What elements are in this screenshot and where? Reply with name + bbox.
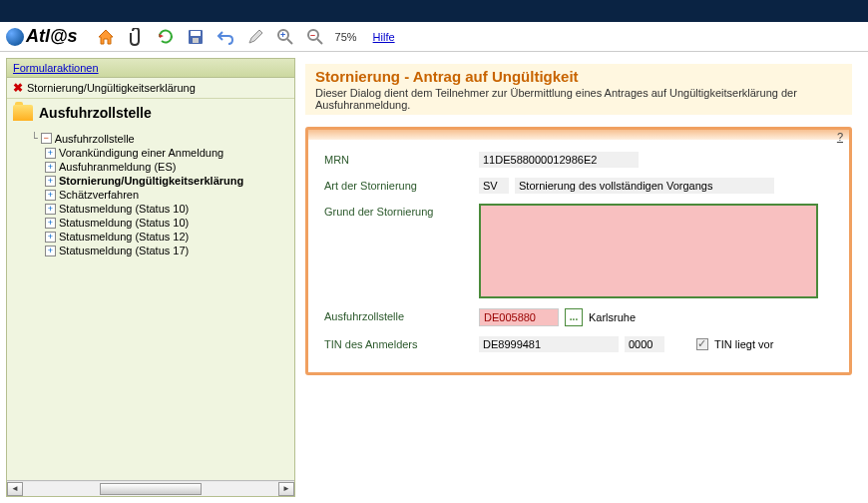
mrn-row: MRN 11DE588000012986E2: [324, 152, 833, 168]
zollstelle-label: Ausfuhrzollstelle: [324, 308, 479, 322]
page-title: Stornierung - Antrag auf Ungültigkeit: [315, 68, 842, 85]
scroll-right-icon[interactable]: ►: [278, 482, 294, 496]
tin-sub: 0000: [625, 336, 664, 352]
svg-line-7: [317, 39, 322, 44]
globe-icon: [6, 28, 24, 46]
expand-icon[interactable]: +: [45, 204, 56, 215]
horizontal-scrollbar[interactable]: ◄ ►: [7, 480, 294, 496]
svg-text:–: –: [310, 30, 315, 40]
zollstelle-name: Karlsruhe: [589, 311, 636, 323]
tree-item[interactable]: +Statusmeldung (Status 17): [17, 244, 290, 257]
tree-item-label: Statusmeldung (Status 10): [59, 217, 189, 229]
main-area: Formularaktionen ✖ Stornierung/Ungültigk…: [0, 52, 868, 503]
expand-icon[interactable]: +: [45, 218, 56, 229]
art-text: Stornierung des vollständigen Vorgangs: [515, 178, 774, 194]
logo-text: Atl@s: [26, 26, 78, 47]
zollstelle-row: Ausfuhrzollstelle DE005880 ... Karlsruhe: [324, 308, 833, 326]
tin-row: TIN des Anmelders DE8999481 0000 TIN lie…: [324, 336, 833, 352]
panel-top-gradient: [308, 130, 849, 140]
section-title: Ausfuhrzollstelle: [39, 105, 152, 121]
app-logo: Atl@s: [6, 26, 78, 47]
grund-input[interactable]: [479, 204, 818, 298]
undo-icon[interactable]: [216, 27, 235, 47]
tree-root[interactable]: └ − Ausfuhrzollstelle: [17, 131, 290, 146]
close-icon: ✖: [13, 81, 23, 95]
tree-connector: └: [31, 132, 38, 145]
tree-item-label: Statusmeldung (Status 12): [59, 231, 189, 243]
zoom-out-icon[interactable]: –: [305, 27, 325, 47]
cancel-action-row[interactable]: ✖ Stornierung/Ungültigkeitserklärung: [7, 78, 294, 98]
art-row: Art der Stornierung SV Stornierung des v…: [324, 178, 833, 194]
svg-rect-1: [191, 31, 201, 36]
mrn-value: 11DE588000012986E2: [479, 152, 639, 168]
grund-label: Grund der Stornierung: [324, 204, 479, 218]
top-bar: [0, 0, 868, 22]
edit-icon[interactable]: [245, 27, 265, 47]
sidebar: Formularaktionen ✖ Stornierung/Ungültigk…: [6, 58, 295, 497]
tree-item-label: Statusmeldung (Status 10): [59, 203, 189, 215]
tree-item-active[interactable]: +Stornierung/Ungültigkeitserklärung: [17, 174, 290, 188]
mrn-label: MRN: [324, 152, 479, 166]
zoom-level: 75%: [335, 31, 357, 43]
svg-rect-2: [193, 38, 199, 43]
tree-item[interactable]: +Schätzverfahren: [17, 188, 290, 202]
sidebar-header-link[interactable]: Formularaktionen: [13, 62, 99, 74]
zollstelle-code[interactable]: DE005880: [479, 308, 559, 326]
home-icon[interactable]: [96, 27, 116, 47]
tree-item-label: Stornierung/Ungültigkeitserklärung: [59, 175, 243, 187]
toolbar: Atl@s + – 75% Hilfe: [0, 22, 868, 52]
tree-root-label: Ausfuhrzollstelle: [55, 133, 135, 145]
action-label: Stornierung/Ungültigkeitserklärung: [27, 82, 196, 94]
section-header: Ausfuhrzollstelle: [7, 98, 294, 127]
expand-icon[interactable]: +: [45, 148, 56, 159]
expand-icon[interactable]: +: [45, 162, 56, 173]
svg-text:+: +: [280, 30, 285, 40]
collapse-icon[interactable]: −: [41, 133, 52, 144]
tree-item[interactable]: +Statusmeldung (Status 10): [17, 202, 290, 216]
art-code: SV: [479, 178, 509, 194]
tree-item[interactable]: +Vorankündigung einer Anmeldung: [17, 146, 290, 160]
tin-checkbox-label: TIN liegt vor: [714, 338, 773, 350]
grund-row: Grund der Stornierung: [324, 204, 833, 298]
tree-item-label: Statusmeldung (Status 17): [59, 245, 189, 256]
tree-item-label: Ausfuhranmeldung (ES): [59, 161, 176, 173]
zoom-in-icon[interactable]: +: [275, 27, 295, 47]
sidebar-header: Formularaktionen: [7, 59, 294, 78]
tree-item-label: Schätzverfahren: [59, 189, 139, 201]
refresh-icon[interactable]: [156, 27, 176, 47]
attachment-icon[interactable]: [126, 27, 146, 47]
svg-line-4: [287, 39, 292, 44]
scroll-track[interactable]: [23, 482, 278, 496]
folder-icon: [13, 105, 33, 121]
nav-tree: └ − Ausfuhrzollstelle +Vorankündigung ei…: [7, 127, 294, 480]
content-header: Stornierung - Antrag auf Ungültigkeit Di…: [305, 64, 852, 115]
tree-item[interactable]: +Ausfuhranmeldung (ES): [17, 160, 290, 174]
page-description: Dieser Dialog dient dem Teilnehmer zur Ü…: [315, 87, 842, 111]
content-pane: Stornierung - Antrag auf Ungültigkeit Di…: [305, 58, 862, 497]
expand-icon[interactable]: +: [45, 246, 56, 256]
form-panel: ? MRN 11DE588000012986E2 Art der Stornie…: [305, 127, 852, 375]
tin-label: TIN des Anmelders: [324, 336, 479, 350]
tree-item[interactable]: +Statusmeldung (Status 10): [17, 216, 290, 230]
expand-icon[interactable]: +: [45, 190, 56, 201]
scroll-left-icon[interactable]: ◄: [7, 482, 23, 496]
lookup-button[interactable]: ...: [565, 308, 583, 326]
tin-checkbox[interactable]: [696, 338, 708, 350]
scroll-thumb[interactable]: [100, 483, 202, 495]
tree-item[interactable]: +Statusmeldung (Status 12): [17, 230, 290, 244]
expand-icon[interactable]: +: [45, 232, 56, 243]
panel-help-icon[interactable]: ?: [837, 131, 843, 143]
expand-icon[interactable]: +: [45, 176, 56, 187]
tree-item-label: Vorankündigung einer Anmeldung: [59, 147, 223, 159]
art-label: Art der Stornierung: [324, 178, 479, 192]
tin-value: DE8999481: [479, 336, 619, 352]
save-icon[interactable]: [186, 27, 206, 47]
help-link[interactable]: Hilfe: [373, 31, 395, 43]
